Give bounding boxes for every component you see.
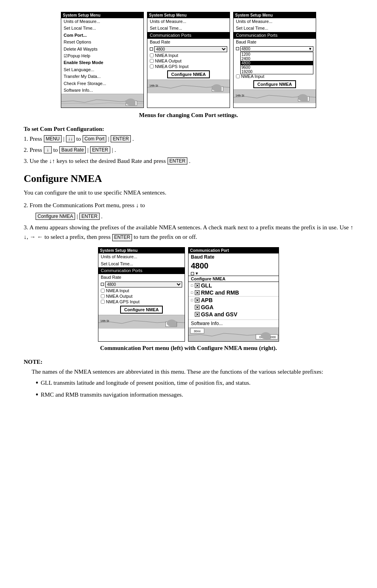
s3-opt-2400: 2400: [241, 57, 313, 61]
screen2-title: System Setup Menu: [147, 12, 230, 18]
bottom-caption: Communication Port menu (left) with Conf…: [24, 345, 353, 352]
step3-text: 3. Use the ↓↑ keys to select the desired…: [24, 156, 166, 166]
s3-marker: [236, 47, 239, 50]
bl-cb-nmea-input[interactable]: [101, 289, 105, 293]
s1-item-8: Set Language...: [61, 66, 143, 73]
svg-text:Go:: Go:: [259, 336, 264, 338]
s2-cb-nmea-output[interactable]: [150, 59, 154, 63]
bl-title: System Setup Menu: [98, 248, 185, 253]
bl-baud-select[interactable]: 4800: [105, 282, 182, 287]
br-cb-gll: ✕: [195, 283, 200, 288]
step2-nmea-period: .: [101, 212, 103, 221]
bl-cb-nmea-output[interactable]: [101, 294, 105, 298]
step2-nmea-line: 2. From the Communications Port menu, pr…: [24, 200, 353, 210]
s2-nmea-gps: NMEA GPS Input: [147, 64, 230, 69]
svg-rect-9: [298, 96, 309, 101]
svg-text:Go:: Go:: [215, 88, 220, 91]
screen2: System Setup Menu Units of Measure... Se…: [147, 12, 230, 108]
svg-rect-5: [212, 87, 223, 91]
br-cb-gga: ✕: [195, 305, 200, 310]
s3-opt-1200: 1200: [241, 52, 313, 57]
s2-configure-btn[interactable]: Configure NMEA: [167, 70, 209, 78]
br-configure-nmea-heading: Configure NMEA: [188, 276, 279, 282]
s1-map: Go: 30mi Go:: [61, 94, 143, 108]
svg-text:Go:: Go:: [129, 102, 134, 105]
bl-configure-btn[interactable]: Configure NMEA: [120, 306, 162, 314]
bl-cb-nmea-gps[interactable]: [101, 300, 105, 304]
svg-text:14th St: 14th St: [236, 94, 244, 97]
bl-item-1: Units of Measure...: [98, 253, 185, 260]
s2-cb-nmea-gps[interactable]: [150, 64, 154, 68]
br-baud-value: 4800: [188, 261, 279, 271]
step2-nmea-text: 2. From the Communications Port menu, pr…: [24, 200, 145, 210]
step2-nmea-cont: Configure NMEA | ENTER .: [24, 212, 353, 221]
s1-item-3: Com Port...: [61, 32, 143, 39]
br-gga-label: GGA: [201, 304, 213, 310]
s3-comm-ports: Communication Ports: [234, 32, 316, 39]
step3-paragraph: 3. A menu appears showing the prefixes o…: [24, 223, 353, 242]
s2-baud-select[interactable]: 4800: [154, 46, 227, 52]
s3-configure-btn[interactable]: Configure NMEA: [253, 80, 296, 88]
br-nmea-gll: □ ✕ GLL: [188, 282, 279, 289]
s1-item-1: Units of Measure...: [61, 18, 143, 25]
s1-item-7: Enable Sleep Mode: [61, 59, 143, 66]
s2-item-1: Units of Measure...: [147, 18, 230, 25]
svg-rect-7: [234, 89, 316, 103]
step1-line: 1. Press MENU | ↓↓ to Com Port | ENTER .: [24, 134, 353, 144]
s1-item-10: Check Free Storage...: [61, 80, 143, 87]
step1-pipe2: |: [108, 134, 109, 144]
s1-item-11: Software Info...: [61, 87, 143, 94]
bottom-screen-left: System Setup Menu Units of Measure... Se…: [98, 247, 185, 342]
step1-text: 1. Press: [24, 134, 42, 144]
s3-baud-value: 4800: [241, 47, 250, 51]
bl-nmea-gps: NMEA GPS Input: [98, 299, 185, 304]
step1-pipe1: |: [63, 134, 64, 144]
step2-period: .: [115, 145, 116, 155]
br-nmea-gga: □ ✕ GGA: [188, 304, 279, 311]
s1-item-5: Delete All Waypts: [61, 46, 143, 53]
bl-baud-label: Baud Rate: [98, 274, 185, 281]
svg-rect-3: [147, 79, 230, 93]
screen1: System Setup Menu Units of Measure... Se…: [61, 12, 144, 108]
s3-map: 14th St Go:: [234, 89, 316, 103]
br-cb-gsa: ✕: [195, 312, 200, 317]
s2-baud-row: 4800: [147, 46, 230, 53]
s3-baud-label: Baud Rate: [234, 39, 316, 45]
svg-text:30mi: 30mi: [194, 329, 200, 333]
configure-nmea-key: Configure NMEA: [36, 213, 75, 220]
s2-cb-nmea-input[interactable]: [150, 53, 154, 57]
s1-item-4: Reset Options: [61, 39, 143, 45]
br-title: Communication Port: [188, 248, 279, 253]
screen1-title: System Setup Menu: [61, 12, 143, 18]
note-heading: NOTE:: [24, 359, 353, 365]
s3-cb-nmea-input[interactable]: [236, 74, 240, 78]
menu-key: MENU: [44, 135, 62, 142]
br-nmea-rmc: □ ✕ RMC and RMB: [188, 289, 279, 296]
bl-map: 14th St Go:: [98, 315, 185, 329]
br-baud-label: Baud Rate: [188, 253, 279, 261]
s3-opt-9600: 9600: [241, 65, 313, 70]
bottom-screen-right: Communication Port Baud Rate 4800 ▼ Conf…: [188, 247, 279, 342]
step3-line: 3. Use the ↓↑ keys to select the desired…: [24, 156, 353, 166]
svg-text:Go:: Go:: [302, 98, 306, 100]
bl-nmea-input: NMEA Input: [98, 288, 185, 293]
step2-nmea-pipe: |: [77, 212, 78, 221]
s3-opt-19200: 19200: [241, 70, 313, 74]
down-key-1: ↓↓: [66, 135, 75, 142]
br-gll-label: GLL: [201, 282, 212, 289]
bl-nmea-output: NMEA Output: [98, 293, 185, 299]
enter-key-2: ENTER: [90, 146, 110, 153]
svg-rect-1: [126, 101, 137, 106]
s2-baud-label: Baud Rate: [147, 39, 230, 45]
top-screenshots: System Setup Menu Units of Measure... Se…: [24, 12, 353, 108]
bullet-2: • RMC and RMB transmits navigation infor…: [36, 390, 353, 399]
svg-text:14th St: 14th St: [149, 84, 158, 87]
bullet-text-1: GLL transmits latitude and longitude of …: [41, 378, 251, 388]
enter-key-5: ENTER: [112, 234, 132, 241]
svg-text:14th St: 14th St: [100, 320, 109, 322]
s2-nmea-output: NMEA Output: [147, 58, 230, 64]
br-software-info: Software Info...: [188, 320, 279, 327]
screen3-title: System Setup Menu: [234, 12, 316, 18]
step2-line: 2. Press ↓ to Baud Rate | ENTER | .: [24, 145, 353, 155]
svg-rect-18: [256, 335, 267, 339]
